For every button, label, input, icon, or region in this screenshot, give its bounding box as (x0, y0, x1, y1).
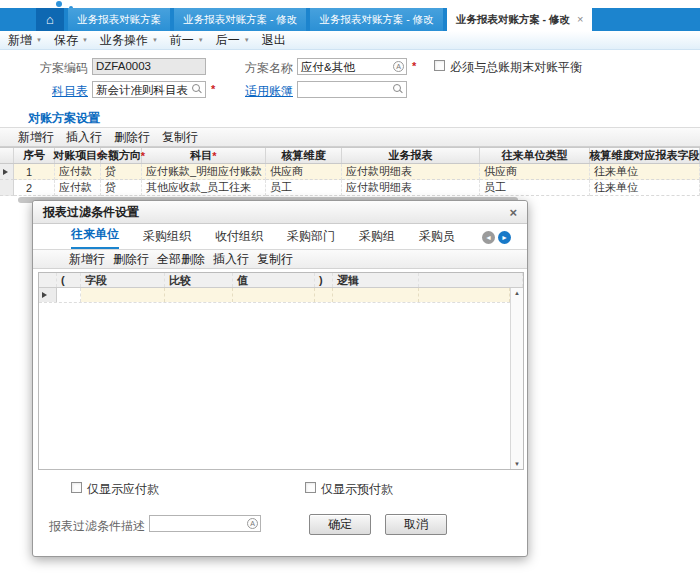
col-account: 科目* (142, 148, 266, 163)
app-window: ⌂ 业务报表对账方案 业务报表对账方案 - 修改 业务报表对账方案 - 修改 业… (0, 0, 700, 574)
insert-row-button[interactable]: 插入行 (66, 129, 102, 146)
vertical-scrollbar[interactable]: ▲ ▼ (510, 288, 523, 469)
copy-row-button[interactable]: 复制行 (162, 129, 198, 146)
account-table-link[interactable]: 科目表 (28, 83, 88, 100)
table-row[interactable]: 2 应付款 贷 其他应收款_员工往来 员工 应付款明细表 员工 往来单位 (0, 180, 700, 196)
chevron-down-icon: ▼ (198, 37, 204, 43)
only-payable-checkbox[interactable] (71, 482, 82, 493)
dialog-tab-bar: 往来单位 采购组织 收付组织 采购部门 采购组 采购员 ◄ ► (33, 224, 527, 250)
cell-item[interactable]: 应付款 (55, 180, 101, 196)
grid-rows-area[interactable] (39, 288, 510, 469)
current-row-icon (42, 292, 47, 298)
tab-purchase-group[interactable]: 采购组 (359, 228, 395, 249)
search-icon[interactable] (393, 84, 404, 95)
cell-close-paren[interactable] (315, 288, 333, 302)
tab-scheme-edit-1[interactable]: 业务报表对账方案 - 修改 (174, 8, 306, 31)
cell-item[interactable]: 应付款 (55, 164, 101, 180)
cell-compare[interactable] (165, 288, 233, 302)
copy-row-button[interactable]: 复制行 (257, 251, 293, 268)
menu-label: 保存 (54, 32, 78, 49)
grid-body: ▲ ▼ (39, 288, 523, 469)
col-label: 核算维度对应报表字段 (590, 148, 700, 163)
tab-partner[interactable]: 往来单位 (71, 226, 119, 249)
tab-scheme-edit-2[interactable]: 业务报表对账方案 - 修改 (310, 8, 442, 31)
cell-direction[interactable]: 贷 (101, 164, 142, 180)
scroll-up-icon[interactable]: ▲ (514, 290, 520, 296)
col-label: 往来单位类型 (502, 148, 568, 163)
balance-checkbox[interactable] (434, 60, 445, 71)
close-icon[interactable]: × (509, 206, 517, 219)
dialog-titlebar[interactable]: 报表过滤条件设置 × (33, 201, 527, 224)
report-filter-dialog: 报表过滤条件设置 × 往来单位 采购组织 收付组织 采购部门 采购组 采购员 ◄… (32, 200, 528, 557)
tab-purchase-org[interactable]: 采购组织 (143, 228, 191, 249)
cell-direction[interactable]: 贷 (101, 180, 142, 196)
tab-scroll-right-icon[interactable]: ► (498, 231, 511, 244)
col-item: 对账项目* (55, 148, 101, 163)
cell-seq[interactable]: 1 (14, 164, 55, 180)
delete-row-button[interactable]: 删除行 (113, 251, 149, 268)
ledger-link[interactable]: 适用账簿 (243, 83, 293, 100)
cell-value[interactable] (233, 288, 315, 302)
tab-nav: ◄ ► (482, 231, 511, 249)
cell-account[interactable]: 其他应收款_员工往来 (142, 180, 266, 196)
scheme-name-field[interactable]: 应付&其他 (297, 58, 407, 75)
menu-label: 后一 (216, 32, 240, 49)
cell-partner-type[interactable]: 供应商 (480, 164, 590, 180)
table-row[interactable]: 1 应付款 贷 应付账款_明细应付账款 供应商 应付款明细表 供应商 往来单位 (0, 164, 700, 180)
search-icon[interactable] (192, 84, 203, 95)
multilingual-icon[interactable]: A (393, 61, 404, 72)
cell-dimension[interactable]: 员工 (266, 180, 342, 196)
col-report-field: 核算维度对应报表字段 (590, 148, 700, 163)
chevron-down-icon: ▼ (244, 37, 250, 43)
required-mark: * (212, 150, 216, 162)
tab-scheme-edit-active[interactable]: 业务报表对账方案 - 修改 × (447, 8, 593, 31)
add-row-button[interactable]: 新增行 (69, 251, 105, 268)
cancel-button[interactable]: 取消 (385, 514, 447, 535)
row-marker-cell[interactable] (0, 180, 14, 196)
grid-row[interactable] (39, 288, 510, 303)
tab-payment-org[interactable]: 收付组织 (215, 228, 263, 249)
account-table-field[interactable]: 新会计准则科目表 (92, 81, 206, 98)
tab-scroll-left-icon[interactable]: ◄ (482, 231, 495, 244)
cell-report[interactable]: 应付款明细表 (342, 180, 480, 196)
row-marker-cell[interactable] (39, 288, 57, 302)
only-prepaid-checkbox[interactable] (305, 482, 316, 493)
menu-next-button[interactable]: 后一 ▼ (216, 32, 250, 49)
add-row-button[interactable]: 新增行 (18, 129, 54, 146)
row-marker-header (39, 273, 57, 287)
col-seq: 序号 (14, 148, 55, 163)
close-icon[interactable]: × (577, 14, 583, 25)
col-close-paren: ) (315, 273, 333, 287)
tab-purchaser[interactable]: 采购员 (419, 228, 455, 249)
multilingual-icon[interactable]: A (247, 518, 258, 529)
cell-field[interactable] (81, 288, 165, 302)
menu-exit-button[interactable]: 退出 (262, 32, 286, 49)
ledger-field[interactable] (297, 81, 407, 98)
cell-open-paren[interactable] (57, 288, 81, 302)
cell-report[interactable]: 应付款明细表 (342, 164, 480, 180)
cell-partner-type[interactable]: 员工 (480, 180, 590, 196)
home-icon: ⌂ (46, 12, 54, 27)
menu-previous-button[interactable]: 前一 ▼ (170, 32, 204, 49)
tab-purchase-dept[interactable]: 采购部门 (287, 228, 335, 249)
only-payable-label: 仅显示应付款 (87, 481, 159, 498)
tab-scheme-list[interactable]: 业务报表对账方案 (68, 8, 170, 31)
cell-report-field[interactable]: 往来单位 (590, 164, 700, 180)
col-label: 业务报表 (389, 148, 433, 163)
delete-all-button[interactable]: 全部删除 (157, 251, 205, 268)
menu-business-ops-button[interactable]: 业务操作 ▼ (100, 32, 158, 49)
cell-logic[interactable] (333, 288, 419, 302)
home-tab[interactable]: ⌂ (36, 8, 64, 31)
delete-row-button[interactable]: 删除行 (114, 129, 150, 146)
cell-dimension[interactable]: 供应商 (266, 164, 342, 180)
cell-account[interactable]: 应付账款_明细应付账款 (142, 164, 266, 180)
insert-row-button[interactable]: 插入行 (213, 251, 249, 268)
ok-button[interactable]: 确定 (309, 514, 371, 535)
menu-save-button[interactable]: 保存 ▼ (54, 32, 88, 49)
cell-seq[interactable]: 2 (14, 180, 55, 196)
cell-report-field[interactable]: 往来单位 (590, 180, 700, 196)
menu-new-button[interactable]: 新增 ▼ (8, 32, 42, 49)
filter-desc-field[interactable] (149, 515, 261, 532)
scroll-down-icon[interactable]: ▼ (514, 461, 520, 467)
row-marker-cell[interactable] (0, 164, 14, 180)
